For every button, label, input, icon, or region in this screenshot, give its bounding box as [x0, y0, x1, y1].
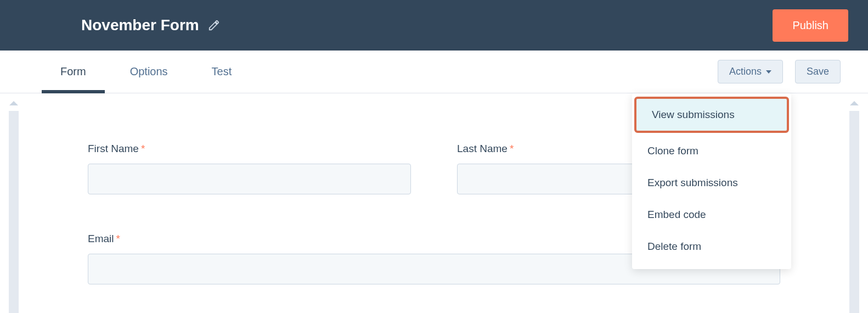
actions-label: Actions — [729, 66, 762, 77]
title-section: November Form — [81, 16, 220, 34]
tab-options[interactable]: Options — [130, 51, 168, 93]
menu-view-submissions[interactable]: View submissions — [634, 97, 789, 133]
menu-clone-form[interactable]: Clone form — [632, 135, 791, 167]
label-first-name-text: First Name — [88, 143, 139, 154]
field-first-name: First Name* — [88, 143, 411, 194]
menu-export-submissions[interactable]: Export submissions — [632, 167, 791, 199]
tab-test[interactable]: Test — [212, 51, 232, 93]
save-button[interactable]: Save — [795, 60, 841, 83]
caret-down-icon — [766, 70, 771, 74]
tab-form[interactable]: Form — [60, 51, 86, 93]
label-email-text: Email — [88, 233, 114, 244]
input-first-name[interactable] — [88, 164, 411, 194]
app-header: November Form Publish — [0, 0, 868, 51]
action-buttons: Actions Save — [718, 60, 841, 83]
tab-bar: Form Options Test — [38, 51, 232, 93]
left-scrollbar[interactable] — [0, 93, 27, 313]
required-asterisk: * — [141, 143, 145, 154]
edit-icon[interactable] — [208, 19, 220, 31]
form-title: November Form — [81, 16, 199, 34]
label-first-name: First Name* — [88, 143, 411, 155]
actions-dropdown-button[interactable]: Actions — [718, 60, 783, 83]
publish-button[interactable]: Publish — [773, 9, 848, 42]
right-scrollbar[interactable] — [841, 93, 868, 313]
menu-embed-code[interactable]: Embed code — [632, 199, 791, 231]
actions-dropdown-menu: View submissions Clone form Export submi… — [632, 93, 791, 269]
required-asterisk: * — [510, 143, 514, 154]
required-asterisk: * — [116, 233, 120, 244]
sub-navigation: Form Options Test Actions Save View subm… — [0, 51, 868, 93]
menu-delete-form[interactable]: Delete form — [632, 231, 791, 262]
label-last-name-text: Last Name — [457, 143, 508, 154]
